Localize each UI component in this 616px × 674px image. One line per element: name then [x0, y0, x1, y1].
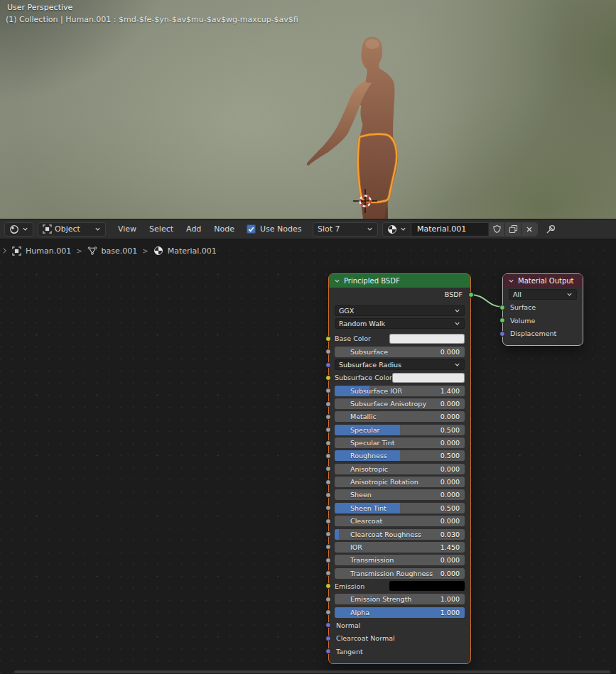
subsurface-anisotropy-slider[interactable]: Subsurface Anisotropy0.000 — [335, 398, 465, 409]
slot-select[interactable]: Slot 7 — [313, 222, 378, 237]
sheen-tint-input-socket[interactable] — [325, 505, 331, 511]
node-editor[interactable]: Human.001 > base.001 > Material — [0, 239, 616, 674]
distribution-dropdown[interactable]: GGX — [335, 305, 465, 316]
close-icon — [525, 225, 534, 234]
subsurface-radius-input-socket[interactable] — [325, 362, 331, 368]
subsurface-method-dropdown[interactable]: Random Walk — [335, 318, 465, 329]
input-label: Surface — [509, 303, 536, 311]
pin-icon — [545, 224, 556, 235]
param-value: 0.000 — [441, 439, 465, 447]
panel-toggle-arrow[interactable] — [2, 247, 7, 254]
alpha-slider[interactable]: Alpha1.000 — [335, 607, 465, 618]
transmission-input-socket[interactable] — [325, 558, 331, 563]
anisotropic-rotation-slider[interactable]: Anisotropic Rotation0.000 — [335, 477, 465, 487]
clearcoat-roughness-input-socket[interactable] — [325, 531, 331, 537]
param-value: 1.450 — [441, 543, 465, 551]
emission-strength-slider[interactable]: Emission Strength1.000 — [335, 594, 465, 604]
subsurface-input-socket[interactable] — [325, 349, 331, 354]
subsurface-color-input-socket[interactable] — [325, 375, 331, 381]
pin-button[interactable] — [545, 224, 556, 235]
subsurface-ior-input-socket[interactable] — [325, 388, 331, 393]
new-material-button[interactable] — [504, 222, 521, 237]
roughness-input-socket[interactable] — [325, 453, 331, 459]
subsurface-anisotropy-input-socket[interactable] — [325, 401, 331, 407]
param-value: 0.030 — [441, 531, 465, 538]
metallic-slider[interactable]: Metallic0.000 — [335, 411, 465, 422]
anisotropic-slider[interactable]: Anisotropic0.000 — [335, 464, 465, 474]
collapse-chevron-icon[interactable] — [508, 278, 514, 284]
transmission-roughness-input-socket[interactable] — [325, 570, 331, 576]
output-target-dropdown[interactable]: All — [509, 289, 577, 300]
use-nodes-checkbox[interactable]: Use Nodes — [247, 224, 302, 234]
viewport-3d[interactable]: User Perspective (1) Collection | Human.… — [0, 0, 616, 219]
transmission-roughness-slider[interactable]: Transmission Roughness0.000 — [335, 568, 465, 579]
roughness-slider[interactable]: Roughness0.500 — [335, 450, 465, 461]
clearcoat-input-socket[interactable] — [325, 518, 331, 524]
normal-input-socket[interactable] — [325, 622, 331, 628]
material-name-value[interactable]: Material.001 — [411, 224, 488, 234]
use-nodes-label: Use Nodes — [260, 224, 302, 234]
breadcrumb-mesh-label: base.001 — [102, 246, 138, 256]
material-icon — [387, 224, 397, 234]
param-row-anisotropic: Anisotropic0.000 — [335, 464, 465, 474]
metallic-input-socket[interactable] — [325, 414, 331, 420]
shader-mode-select[interactable]: Object — [38, 222, 106, 237]
node-principled-bsdf[interactable]: Principled BSDF BSDF GGX Random Walk — [328, 273, 471, 664]
base-color-color-swatch[interactable] — [389, 334, 465, 344]
base-color-input-socket[interactable] — [325, 336, 331, 342]
sheen-tint-slider[interactable]: Sheen Tint0.500 — [335, 503, 465, 513]
volume-input-socket[interactable] — [499, 317, 505, 323]
emission-strength-input-socket[interactable] — [325, 597, 331, 602]
transmission-slider[interactable]: Transmission0.000 — [335, 555, 465, 565]
menu-node[interactable]: Node — [207, 224, 241, 234]
blender-window: User Perspective (1) Collection | Human.… — [0, 0, 616, 674]
tangent-input-socket[interactable] — [325, 648, 331, 654]
param-value: 1.000 — [441, 609, 465, 616]
sheen-input-socket[interactable] — [325, 492, 331, 498]
editor-type-button[interactable] — [4, 222, 33, 237]
clearcoat-slider[interactable]: Clearcoat0.000 — [335, 516, 465, 526]
param-label: Anisotropic Rotation — [335, 478, 418, 486]
menu-view[interactable]: View — [112, 224, 143, 234]
subsurface-ior-slider[interactable]: Subsurface IOR1.400 — [335, 386, 465, 396]
bsdf-output-socket[interactable] — [468, 292, 474, 298]
param-row-emission-strength: Emission Strength1.000 — [335, 594, 465, 604]
specular-tint-input-socket[interactable] — [325, 440, 331, 446]
surface-input-socket[interactable] — [499, 305, 505, 310]
unlink-material-button[interactable] — [521, 222, 537, 237]
displacement-input-socket[interactable] — [499, 331, 505, 337]
horizontal-scrollbar[interactable] — [14, 670, 610, 673]
fake-user-button[interactable] — [488, 222, 504, 237]
menu-select[interactable]: Select — [143, 224, 180, 234]
specular-slider[interactable]: Specular0.500 — [335, 425, 465, 435]
node-header-material-output[interactable]: Material Output — [503, 274, 583, 288]
subsurface-slider[interactable]: Subsurface0.000 — [335, 347, 465, 357]
param-row-subsurface-anisotropy: Subsurface Anisotropy0.000 — [335, 398, 465, 409]
param-row-anisotropic-rotation: Anisotropic Rotation0.000 — [335, 477, 465, 487]
alpha-input-socket[interactable] — [325, 609, 331, 615]
sheen-slider[interactable]: Sheen0.000 — [335, 489, 465, 500]
specular-input-socket[interactable] — [325, 427, 331, 433]
node-header-principled[interactable]: Principled BSDF — [329, 274, 470, 288]
node-material-output[interactable]: Material Output All SurfaceVolumeDisplac… — [502, 273, 583, 346]
specular-tint-slider[interactable]: Specular Tint0.000 — [335, 437, 465, 448]
emission-input-socket[interactable] — [325, 583, 331, 589]
param-value: 0.000 — [441, 465, 465, 473]
clearcoat-roughness-slider[interactable]: Clearcoat Roughness0.030 — [335, 529, 465, 540]
ior-input-socket[interactable] — [325, 544, 331, 550]
emission-color-swatch[interactable] — [389, 581, 465, 591]
anisotropic-rotation-input-socket[interactable] — [325, 479, 331, 485]
collapse-chevron-icon[interactable] — [334, 278, 340, 284]
param-label: Tangent — [335, 648, 363, 656]
ior-slider[interactable]: IOR1.450 — [335, 542, 465, 553]
param-row-subsurface: Subsurface0.000 — [335, 347, 465, 357]
menu-add[interactable]: Add — [180, 224, 207, 234]
chevron-down-icon — [400, 226, 406, 232]
subsurface-color-color-swatch[interactable] — [392, 373, 465, 383]
material-browse-button[interactable] — [382, 222, 411, 237]
material-name-field[interactable]: Material.001 — [411, 222, 538, 237]
subsurface-radius-dropdown[interactable]: Subsurface Radius — [335, 359, 465, 370]
param-row-metallic: Metallic0.000 — [335, 411, 465, 422]
clearcoat-normal-input-socket[interactable] — [325, 636, 331, 641]
anisotropic-input-socket[interactable] — [325, 466, 331, 472]
